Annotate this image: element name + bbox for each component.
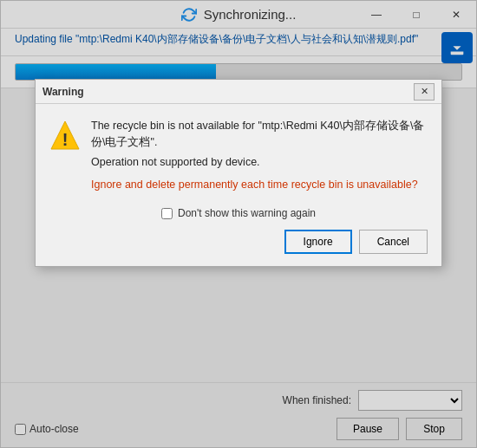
dialog-close-button[interactable]: ✕ [414, 83, 435, 101]
dialog-buttons: Ignore Cancel [36, 230, 441, 266]
dialog-title-bar: Warning ✕ [36, 80, 441, 104]
dialog-text: The recycle bin is not available for "mt… [91, 118, 428, 193]
dialog-message-line2: Operation not supported by device. [91, 154, 428, 171]
svg-text:!: ! [62, 130, 69, 149]
warning-icon: ! [49, 120, 81, 151]
dialog-body: ! The recycle bin is not available for "… [36, 104, 441, 204]
dialog-checkbox-row: Don't show this warning again [36, 204, 441, 230]
dialog-overlay: Warning ✕ ! The recycle bin is not avail… [1, 1, 476, 447]
ignore-button[interactable]: Ignore [284, 230, 352, 254]
dialog-message-line1: The recycle bin is not available for "mt… [91, 118, 428, 151]
cancel-button[interactable]: Cancel [359, 230, 428, 254]
main-window: Synchronizing... — □ ✕ Updating file "mt… [0, 0, 477, 448]
dialog-title: Warning [42, 86, 84, 98]
no-warn-checkbox-label: Don't show this warning again [178, 207, 316, 219]
dialog-message-line3: Ignore and delete permanently each time … [91, 177, 428, 193]
no-warn-checkbox[interactable] [161, 208, 173, 219]
warning-dialog: Warning ✕ ! The recycle bin is not avail… [35, 79, 442, 267]
